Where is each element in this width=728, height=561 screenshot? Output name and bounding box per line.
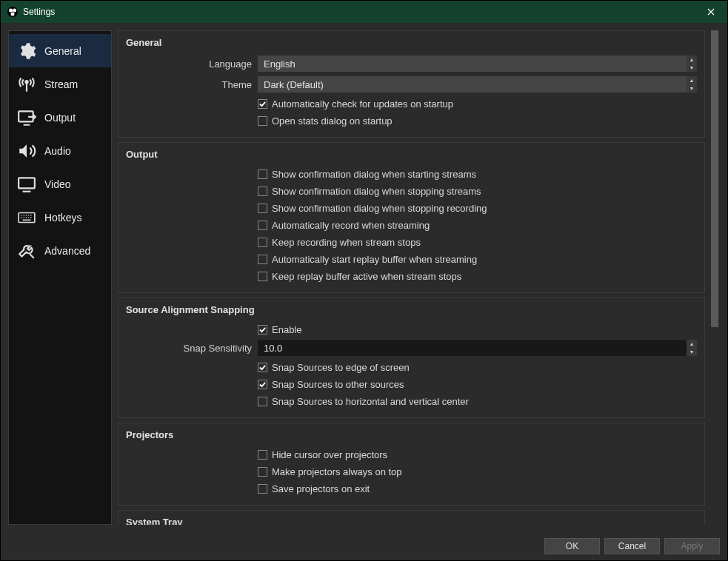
sidebar-item-label: Hotkeys <box>44 212 82 224</box>
group-title: System Tray <box>126 517 697 525</box>
window-close-button[interactable] <box>694 1 727 23</box>
sidebar-item-advanced[interactable]: Advanced <box>9 234 111 267</box>
sidebar-item-general[interactable]: General <box>9 34 111 67</box>
snap-other-checkbox[interactable]: Snap Sources to other sources <box>258 376 697 393</box>
group-title: Projectors <box>126 429 697 440</box>
checkbox-icon <box>258 380 267 389</box>
close-icon <box>707 8 715 16</box>
sidebar-item-hotkeys[interactable]: Hotkeys <box>9 201 111 234</box>
sidebar-item-label: Stream <box>44 78 78 90</box>
group-general: General Language English ▲▼ Theme <box>118 30 705 138</box>
confirm-stop-checkbox[interactable]: Show confirmation dialog when stopping s… <box>258 183 697 200</box>
app-icon <box>7 6 19 18</box>
sidebar-item-label: Video <box>44 178 71 190</box>
titlebar: Settings <box>1 1 727 23</box>
sidebar-item-video[interactable]: Video <box>9 167 111 201</box>
checkbox-icon <box>258 255 267 264</box>
always-top-checkbox[interactable]: Make projectors always on top <box>258 463 697 480</box>
auto-update-checkbox[interactable]: Automatically check for updates on start… <box>258 95 697 112</box>
confirm-stop-rec-checkbox[interactable]: Show confirmation dialog when stopping r… <box>258 200 697 217</box>
group-title: Output <box>126 149 697 160</box>
sidebar-item-output[interactable]: Output <box>9 101 111 134</box>
group-title: General <box>126 37 697 48</box>
checkbox-icon <box>258 325 267 335</box>
sidebar-item-label: Audio <box>44 145 71 157</box>
ok-button[interactable]: OK <box>544 538 600 554</box>
gear-icon <box>16 41 37 61</box>
language-value: English <box>264 58 295 70</box>
group-projectors: Projectors Hide cursor over projectors M… <box>118 423 705 505</box>
open-stats-checkbox[interactable]: Open stats dialog on startup <box>258 112 697 130</box>
vertical-scrollbar[interactable] <box>709 30 720 525</box>
spinner-icon: ▲▼ <box>687 76 697 93</box>
checkbox-icon <box>258 187 267 196</box>
language-label: Language <box>126 58 258 70</box>
checkbox-icon <box>258 169 267 179</box>
checkbox-icon <box>258 363 267 372</box>
svg-point-3 <box>11 13 15 16</box>
auto-replay-checkbox[interactable]: Automatically start replay buffer when s… <box>258 251 697 268</box>
keyboard-icon <box>16 207 37 228</box>
cancel-button[interactable]: Cancel <box>604 538 660 554</box>
svg-point-1 <box>9 9 13 13</box>
tools-icon <box>16 241 37 261</box>
monitor-icon <box>16 174 37 195</box>
checkbox-icon <box>258 272 267 281</box>
group-title: Source Alignment Snapping <box>126 304 697 315</box>
antenna-icon <box>16 74 37 95</box>
checkbox-icon <box>258 484 267 494</box>
checkbox-icon <box>258 116 267 126</box>
checkbox-icon <box>258 467 267 477</box>
save-exit-checkbox[interactable]: Save projectors on exit <box>258 480 697 497</box>
theme-label: Theme <box>126 79 258 90</box>
auto-record-checkbox[interactable]: Automatically record when streaming <box>258 217 697 234</box>
keep-replay-checkbox[interactable]: Keep replay buffer active when stream st… <box>258 268 697 285</box>
sidebar-item-label: Output <box>44 112 76 124</box>
spinner-icon: ▲▼ <box>687 340 697 356</box>
svg-point-2 <box>13 9 16 13</box>
snap-sensitivity-label: Snap Sensitivity <box>126 343 258 354</box>
snap-sensitivity-input[interactable]: 10.0 ▲▼ <box>258 340 697 356</box>
group-system-tray: System Tray Enable Minimize to system tr… <box>118 510 705 525</box>
group-snapping: Source Alignment Snapping Enable Snap Se… <box>118 298 705 418</box>
checkbox-icon <box>258 221 267 230</box>
snap-enable-checkbox[interactable]: Enable <box>258 321 697 338</box>
snap-sensitivity-value: 10.0 <box>264 343 282 354</box>
hide-cursor-checkbox[interactable]: Hide cursor over projectors <box>258 446 697 463</box>
apply-button[interactable]: Apply <box>664 538 720 554</box>
svg-rect-6 <box>19 178 35 188</box>
sidebar-item-label: General <box>44 45 81 57</box>
checkbox-icon <box>258 450 267 460</box>
sidebar: General Stream Output Audio Video Hotkey… <box>8 30 112 525</box>
theme-select[interactable]: Dark (Default) ▲▼ <box>258 76 697 93</box>
settings-content: General Language English ▲▼ Theme <box>118 30 707 525</box>
window-title: Settings <box>23 7 55 17</box>
spinner-icon: ▲▼ <box>687 56 697 72</box>
snap-center-checkbox[interactable]: Snap Sources to horizontal and vertical … <box>258 393 697 410</box>
checkbox-icon <box>258 238 267 247</box>
button-bar: OK Cancel Apply <box>1 532 727 560</box>
checkbox-icon <box>258 204 267 213</box>
checkbox-icon <box>258 397 267 406</box>
scrollbar-thumb[interactable] <box>711 30 718 327</box>
keep-recording-checkbox[interactable]: Keep recording when stream stops <box>258 234 697 251</box>
sidebar-item-stream[interactable]: Stream <box>9 67 111 101</box>
theme-value: Dark (Default) <box>264 79 324 90</box>
language-select[interactable]: English ▲▼ <box>258 56 697 72</box>
snap-edge-checkbox[interactable]: Snap Sources to edge of screen <box>258 359 697 376</box>
output-icon <box>16 107 37 128</box>
sidebar-item-label: Advanced <box>44 245 90 257</box>
confirm-start-checkbox[interactable]: Show confirmation dialog when starting s… <box>258 166 697 183</box>
sidebar-item-audio[interactable]: Audio <box>9 134 111 167</box>
group-output: Output Show confirmation dialog when sta… <box>118 142 705 293</box>
checkbox-icon <box>258 99 267 109</box>
speaker-icon <box>16 141 37 161</box>
